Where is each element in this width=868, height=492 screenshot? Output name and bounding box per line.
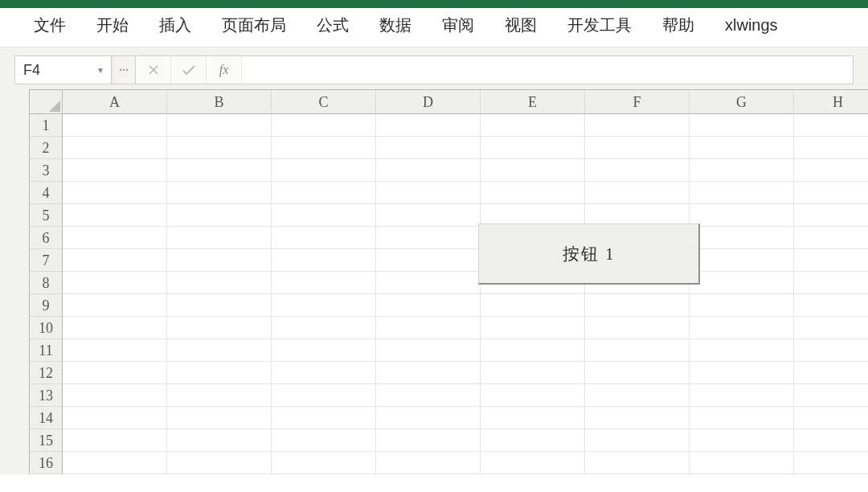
cell[interactable] (690, 452, 794, 474)
row-header-7[interactable]: 7 (30, 249, 63, 272)
name-box[interactable]: F4 ▼ (15, 56, 112, 84)
cell[interactable] (63, 452, 167, 474)
row-header-4[interactable]: 4 (30, 182, 63, 204)
formula-bar-options-icon[interactable] (112, 56, 136, 84)
cell[interactable] (690, 182, 794, 204)
cell[interactable] (63, 272, 167, 294)
row-header-1[interactable]: 1 (30, 114, 63, 137)
row-header-6[interactable]: 6 (30, 227, 63, 249)
cell[interactable] (376, 384, 481, 407)
column-header-A[interactable]: A (63, 90, 167, 114)
cell[interactable] (272, 339, 376, 362)
cell[interactable] (376, 429, 481, 452)
row-header-2[interactable]: 2 (30, 137, 63, 159)
cell[interactable] (167, 272, 272, 294)
cell[interactable] (272, 407, 376, 429)
cell[interactable] (481, 362, 585, 384)
row-header-14[interactable]: 14 (30, 407, 63, 429)
cell[interactable] (481, 159, 585, 182)
cell[interactable] (376, 137, 481, 159)
cell[interactable] (585, 362, 690, 384)
cell[interactable] (272, 272, 376, 294)
cell[interactable] (167, 227, 272, 249)
cell[interactable] (690, 159, 794, 182)
cell[interactable] (794, 452, 868, 474)
cell[interactable] (794, 339, 868, 362)
cell[interactable] (167, 317, 272, 339)
column-header-C[interactable]: C (272, 90, 376, 114)
cell[interactable] (585, 137, 690, 159)
cell[interactable] (794, 384, 868, 407)
cell[interactable] (585, 452, 690, 474)
cell[interactable] (376, 452, 481, 474)
cell[interactable] (585, 429, 690, 452)
cell[interactable] (585, 294, 690, 317)
cell[interactable] (167, 249, 272, 272)
cell[interactable] (167, 114, 272, 137)
cell[interactable] (272, 362, 376, 384)
row-header-5[interactable]: 5 (30, 204, 63, 227)
cell[interactable] (63, 317, 167, 339)
column-header-E[interactable]: E (481, 90, 585, 114)
cell[interactable] (376, 339, 481, 362)
cell[interactable] (481, 294, 585, 317)
cell[interactable] (481, 452, 585, 474)
column-header-B[interactable]: B (167, 90, 272, 114)
cell[interactable] (690, 204, 794, 227)
cell[interactable] (167, 384, 272, 407)
cell[interactable] (63, 137, 167, 159)
cell[interactable] (63, 227, 167, 249)
cell[interactable] (272, 429, 376, 452)
tab-page-layout[interactable]: 页面布局 (219, 13, 289, 38)
cell[interactable] (63, 182, 167, 204)
cell[interactable] (585, 159, 690, 182)
cell[interactable] (794, 362, 868, 384)
cell[interactable] (794, 182, 868, 204)
cell[interactable] (167, 159, 272, 182)
cell[interactable] (63, 429, 167, 452)
cell[interactable] (167, 362, 272, 384)
cell[interactable] (63, 249, 167, 272)
chevron-down-icon[interactable]: ▼ (96, 66, 104, 75)
cell[interactable] (272, 249, 376, 272)
formula-input[interactable] (242, 56, 853, 84)
cell[interactable] (167, 339, 272, 362)
cell[interactable] (63, 384, 167, 407)
cell[interactable] (63, 159, 167, 182)
cell[interactable] (376, 249, 481, 272)
cell[interactable] (272, 114, 376, 137)
cell[interactable] (481, 339, 585, 362)
tab-view[interactable]: 视图 (502, 13, 540, 38)
row-header-16[interactable]: 16 (30, 452, 63, 474)
cell[interactable] (794, 429, 868, 452)
cell[interactable] (376, 317, 481, 339)
cell[interactable] (690, 227, 794, 249)
cell[interactable] (272, 204, 376, 227)
cell[interactable] (376, 114, 481, 137)
cell[interactable] (585, 339, 690, 362)
enter-icon[interactable] (171, 56, 207, 84)
cell[interactable] (376, 362, 481, 384)
cell[interactable] (376, 159, 481, 182)
cell[interactable] (481, 114, 585, 137)
cell[interactable] (585, 182, 690, 204)
cell[interactable] (272, 137, 376, 159)
cell[interactable] (690, 384, 794, 407)
cell[interactable] (585, 317, 690, 339)
cell[interactable] (63, 114, 167, 137)
cell[interactable] (167, 429, 272, 452)
cell[interactable] (63, 362, 167, 384)
tab-help[interactable]: 帮助 (659, 13, 698, 38)
row-header-3[interactable]: 3 (30, 159, 63, 182)
tab-xlwings[interactable]: xlwings (722, 14, 781, 36)
tab-file[interactable]: 文件 (31, 13, 69, 38)
cell[interactable] (481, 317, 585, 339)
cell[interactable] (272, 294, 376, 317)
tab-home[interactable]: 开始 (93, 13, 132, 38)
cell[interactable] (690, 339, 794, 362)
cell[interactable] (794, 137, 868, 159)
tab-developer[interactable]: 开发工具 (564, 13, 635, 38)
insert-function-icon[interactable]: fx (207, 56, 242, 84)
select-all-corner[interactable] (30, 90, 63, 114)
cell[interactable] (794, 159, 868, 182)
